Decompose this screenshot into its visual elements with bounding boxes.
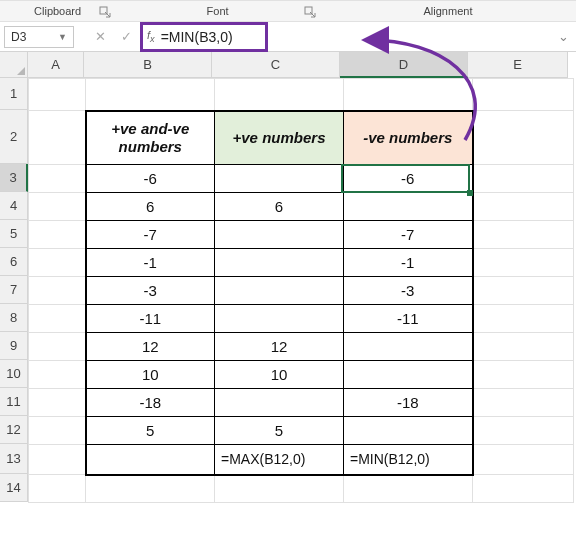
cell-C9[interactable]: 12 <box>215 333 344 361</box>
cell-D5[interactable]: -7 <box>344 221 473 249</box>
row-header-8[interactable]: 8 <box>0 304 28 332</box>
cell-D14[interactable] <box>344 475 473 503</box>
cell-B1[interactable] <box>86 79 215 111</box>
row-header-7[interactable]: 7 <box>0 276 28 304</box>
cell-A9[interactable] <box>29 333 86 361</box>
cell-D13[interactable]: =MIN(B12,0) <box>344 445 473 475</box>
row-header-10[interactable]: 10 <box>0 360 28 388</box>
cell-E5[interactable] <box>473 221 574 249</box>
cell-A10[interactable] <box>29 361 86 389</box>
row-header-2[interactable]: 2 <box>0 110 28 164</box>
cell-C3[interactable] <box>215 165 344 193</box>
row-header-9[interactable]: 9 <box>0 332 28 360</box>
row-header-4[interactable]: 4 <box>0 192 28 220</box>
cell-B4[interactable]: 6 <box>86 193 215 221</box>
cell-B3[interactable]: -6 <box>86 165 215 193</box>
formula-input[interactable]: =MIN(B3,0) <box>161 29 261 45</box>
dialog-launcher-icon[interactable] <box>304 4 316 16</box>
cell-D1[interactable] <box>344 79 473 111</box>
cell-C13[interactable]: =MAX(B12,0) <box>215 445 344 475</box>
fill-handle[interactable] <box>467 190 473 196</box>
cell-D7[interactable]: -3 <box>344 277 473 305</box>
cell-D6[interactable]: -1 <box>344 249 473 277</box>
col-header-B[interactable]: B <box>84 52 212 78</box>
row-header-3[interactable]: 3 <box>0 164 28 192</box>
row-header-12[interactable]: 12 <box>0 416 28 444</box>
cell-C4[interactable]: 6 <box>215 193 344 221</box>
enter-icon[interactable]: ✓ <box>114 26 138 48</box>
cell-E8[interactable] <box>473 305 574 333</box>
cell-E4[interactable] <box>473 193 574 221</box>
cell-A13[interactable] <box>29 445 86 475</box>
cell-E13[interactable] <box>473 445 574 475</box>
cell-D3[interactable]: -6 <box>344 165 473 193</box>
row-header-1[interactable]: 1 <box>0 78 28 110</box>
row-header-11[interactable]: 11 <box>0 388 28 416</box>
cell-B8[interactable]: -11 <box>86 305 215 333</box>
cell-A8[interactable] <box>29 305 86 333</box>
cell-E3[interactable] <box>473 165 574 193</box>
cell-B11[interactable]: -18 <box>86 389 215 417</box>
cell-A7[interactable] <box>29 277 86 305</box>
cell-D8[interactable]: -11 <box>344 305 473 333</box>
cell-A11[interactable] <box>29 389 86 417</box>
cell-E14[interactable] <box>473 475 574 503</box>
fx-icon[interactable]: fx <box>147 29 161 44</box>
cell-C10[interactable]: 10 <box>215 361 344 389</box>
cell-C11[interactable] <box>215 389 344 417</box>
row-header-13[interactable]: 13 <box>0 444 28 474</box>
expand-formula-bar-icon[interactable]: ⌄ <box>554 26 572 48</box>
cell-A1[interactable] <box>29 79 86 111</box>
cell-C1[interactable] <box>215 79 344 111</box>
cell-B7[interactable]: -3 <box>86 277 215 305</box>
row-header-14[interactable]: 14 <box>0 474 28 502</box>
cell-A4[interactable] <box>29 193 86 221</box>
dialog-launcher-icon[interactable] <box>99 4 111 16</box>
cell-E11[interactable] <box>473 389 574 417</box>
cell-B5[interactable]: -7 <box>86 221 215 249</box>
row-header-5[interactable]: 5 <box>0 220 28 248</box>
chevron-down-icon[interactable]: ▼ <box>58 32 67 42</box>
cell-B14[interactable] <box>86 475 215 503</box>
cell-D12[interactable] <box>344 417 473 445</box>
cell-B12[interactable]: 5 <box>86 417 215 445</box>
cell-E2[interactable] <box>473 111 574 165</box>
cell-A6[interactable] <box>29 249 86 277</box>
row-header-6[interactable]: 6 <box>0 248 28 276</box>
cell-B2[interactable]: +ve and-ve numbers <box>86 111 215 165</box>
cell-C8[interactable] <box>215 305 344 333</box>
cell-A5[interactable] <box>29 221 86 249</box>
col-header-A[interactable]: A <box>28 52 84 78</box>
cell-B13[interactable] <box>86 445 215 475</box>
select-all-button[interactable] <box>0 52 28 78</box>
cell-A2[interactable] <box>29 111 86 165</box>
cell-A14[interactable] <box>29 475 86 503</box>
name-box[interactable]: D3 ▼ <box>4 26 74 48</box>
cell-C6[interactable] <box>215 249 344 277</box>
cell-D11[interactable]: -18 <box>344 389 473 417</box>
cell-B10[interactable]: 10 <box>86 361 215 389</box>
cell-C7[interactable] <box>215 277 344 305</box>
col-header-D[interactable]: D <box>340 52 468 78</box>
cell-D9[interactable] <box>344 333 473 361</box>
col-header-C[interactable]: C <box>212 52 340 78</box>
cell-E1[interactable] <box>473 79 574 111</box>
cell-D4[interactable] <box>344 193 473 221</box>
cell-E7[interactable] <box>473 277 574 305</box>
cell-C14[interactable] <box>215 475 344 503</box>
col-header-E[interactable]: E <box>468 52 568 78</box>
cell-D10[interactable] <box>344 361 473 389</box>
cell-E9[interactable] <box>473 333 574 361</box>
cell-C2[interactable]: +ve numbers <box>215 111 344 165</box>
cell-E6[interactable] <box>473 249 574 277</box>
cell-C5[interactable] <box>215 221 344 249</box>
cell-A3[interactable] <box>29 165 86 193</box>
cell-C12[interactable]: 5 <box>215 417 344 445</box>
cell-D2[interactable]: -ve numbers <box>344 111 473 165</box>
cell-E10[interactable] <box>473 361 574 389</box>
cancel-icon[interactable]: ✕ <box>88 26 112 48</box>
cell-E12[interactable] <box>473 417 574 445</box>
cell-B6[interactable]: -1 <box>86 249 215 277</box>
cell-A12[interactable] <box>29 417 86 445</box>
cell-B9[interactable]: 12 <box>86 333 215 361</box>
